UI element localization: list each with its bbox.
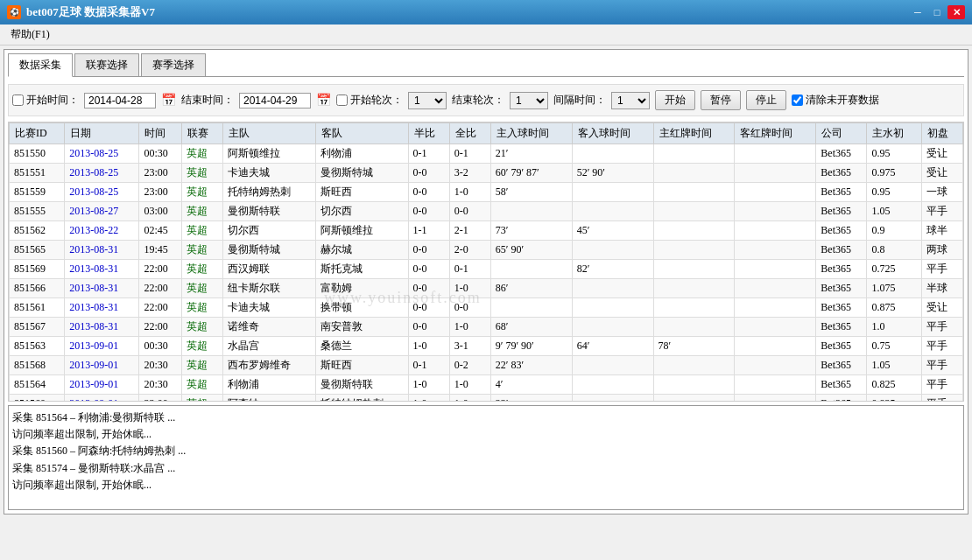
table-cell: 78′ <box>653 337 735 356</box>
clear-check-label[interactable]: 清除未开赛数据 <box>792 93 879 108</box>
table-cell: 851566 <box>10 279 65 298</box>
table-cell: 1.075 <box>867 279 921 298</box>
col-header-home-odds: 主水初 <box>867 123 921 144</box>
table-cell: 00:30 <box>139 337 182 356</box>
main-content: 数据采集 联赛选择 赛季选择 开始时间： 📅 结束时间： 📅 开始轮次： 123… <box>4 49 968 514</box>
table-cell: Bet365 <box>816 241 867 260</box>
table-cell <box>653 260 735 279</box>
start-time-check-label[interactable]: 开始时间： <box>12 93 79 108</box>
table-row[interactable]: 8515692013-08-3122:00英超西汉姆联斯托克城0-00-182′… <box>10 260 963 279</box>
minimize-button[interactable]: ─ <box>909 5 926 19</box>
table-cell: 45′ <box>572 221 653 241</box>
table-row[interactable]: 8515652013-08-3119:45英超曼彻斯特城赫尔城0-02-065′… <box>10 241 963 260</box>
table-cell <box>735 337 816 356</box>
table-cell <box>653 221 735 241</box>
start-round-select[interactable]: 123 <box>408 92 447 109</box>
start-round-checkbox[interactable] <box>336 94 348 106</box>
table-cell: 851563 <box>10 337 65 356</box>
table-cell: 851562 <box>10 221 65 241</box>
table-cell: 2013-08-25 <box>65 144 139 164</box>
table-cell <box>653 298 735 318</box>
table-row[interactable]: 8515682013-09-0120:30英超西布罗姆维奇斯旺西0-10-222… <box>10 356 963 375</box>
table-cell: 0.9 <box>867 221 921 241</box>
table-row[interactable]: 8515552013-08-2703:00英超曼彻斯特联切尔西0-00-0Bet… <box>10 202 963 221</box>
table-cell <box>735 221 816 241</box>
stop-button[interactable]: 停止 <box>746 90 786 110</box>
table-cell: 阿斯顿维拉 <box>315 221 408 241</box>
table-cell: 西布罗姆维奇 <box>223 356 316 375</box>
table-row[interactable]: 8515502013-08-2500:30英超阿斯顿维拉利物浦0-10-121′… <box>10 144 963 164</box>
table-row[interactable]: 8515672013-08-3122:00英超诺维奇南安普敦0-01-068′B… <box>10 318 963 337</box>
table-cell <box>653 241 735 260</box>
clear-checkbox[interactable] <box>792 94 803 106</box>
table-cell: 1-0 <box>449 279 490 298</box>
table-cell: 851564 <box>10 375 65 395</box>
log-panel: 采集 851564 – 利物浦:曼彻斯特联 ...访问频率超出限制, 开始休眠.… <box>8 405 964 510</box>
end-round-select[interactable]: 123 <box>510 92 548 109</box>
table-row[interactable]: 8515612013-08-3122:00英超卡迪夫城换带顿0-00-0Bet3… <box>10 298 963 318</box>
table-row[interactable]: 8515662013-08-3122:00英超纽卡斯尔联富勒姆0-01-086′… <box>10 279 963 298</box>
table-cell: 英超 <box>182 356 223 375</box>
table-row[interactable]: 8515642013-09-0120:30英超利物浦曼彻斯特联1-01-04′B… <box>10 375 963 395</box>
table-row[interactable]: 8515592013-08-2523:00英超托特纳姆热刺斯旺西0-01-058… <box>10 183 963 202</box>
start-round-check-label[interactable]: 开始轮次： <box>336 93 403 108</box>
table-cell: 受让 <box>921 298 962 318</box>
close-button[interactable]: ✕ <box>947 5 965 19</box>
log-line: 采集 851564 – 利物浦:曼彻斯特联 ... <box>12 410 960 426</box>
table-cell: 851565 <box>10 241 65 260</box>
table-cell: 23′ <box>490 395 572 402</box>
table-cell: 19:45 <box>139 241 182 260</box>
table-cell <box>735 202 816 221</box>
table-cell <box>653 395 735 402</box>
calendar-icon-end[interactable]: 📅 <box>316 93 331 108</box>
table-cell: 2013-08-27 <box>65 202 139 221</box>
table-cell: 2013-08-31 <box>65 241 139 260</box>
calendar-icon-start[interactable]: 📅 <box>161 93 176 108</box>
app-icon: ⚽ <box>7 5 21 19</box>
table-cell: 22:00 <box>139 318 182 337</box>
table-cell: 英超 <box>182 395 223 402</box>
start-button[interactable]: 开始 <box>655 90 695 110</box>
table-cell: 曼彻斯特联 <box>315 375 408 395</box>
data-table-container[interactable]: 比赛ID 日期 时间 联赛 主队 客队 半比 全比 主入球时间 客入球时间 主红… <box>8 122 964 402</box>
table-cell: 2013-09-01 <box>65 375 139 395</box>
table-row[interactable]: 8515632013-09-0100:30英超水晶宫桑德兰1-03-19′ 79… <box>10 337 963 356</box>
col-header-home: 主队 <box>223 123 316 144</box>
pause-button[interactable]: 暂停 <box>701 90 741 110</box>
table-cell <box>653 202 735 221</box>
table-cell: 22′ 83′ <box>490 356 572 375</box>
start-time-input[interactable] <box>84 93 156 108</box>
table-row[interactable]: 8515512013-08-2523:00英超卡迪夫城曼彻斯特城0-03-260… <box>10 164 963 183</box>
table-row[interactable]: 8515602013-09-0123:00英超阿森纳托特纳姆热刺1-01-023… <box>10 395 963 402</box>
table-cell: 0.75 <box>867 337 921 356</box>
menu-item-help[interactable]: 帮助(F1) <box>4 25 57 44</box>
table-cell: 英超 <box>182 337 223 356</box>
table-row[interactable]: 8515622013-08-2202:45英超切尔西阿斯顿维拉1-12-173′… <box>10 221 963 241</box>
table-cell: Bet365 <box>816 279 867 298</box>
tab-data-collect[interactable]: 数据采集 <box>8 53 73 77</box>
table-cell: 利物浦 <box>223 375 316 395</box>
table-cell <box>572 279 653 298</box>
table-cell <box>490 298 572 318</box>
table-cell: 2-0 <box>449 241 490 260</box>
table-cell: 0.95 <box>867 183 921 202</box>
table-cell: 73′ <box>490 221 572 241</box>
table-cell: 富勒姆 <box>315 279 408 298</box>
tab-league-select[interactable]: 联赛选择 <box>74 53 139 76</box>
table-cell: 平手 <box>921 260 962 279</box>
table-cell <box>735 241 816 260</box>
table-cell: 1.0 <box>867 318 921 337</box>
end-time-input[interactable] <box>239 93 311 108</box>
interval-select[interactable]: 123 <box>611 92 650 109</box>
table-cell: 1-1 <box>408 221 449 241</box>
start-time-label: 开始时间： <box>26 93 79 108</box>
table-cell <box>653 183 735 202</box>
start-time-checkbox[interactable] <box>12 94 24 106</box>
table-cell: 2013-08-22 <box>65 221 139 241</box>
maximize-button[interactable]: □ <box>928 5 946 19</box>
table-cell: 0-0 <box>449 202 490 221</box>
table-cell: 英超 <box>182 298 223 318</box>
tab-season-select[interactable]: 赛季选择 <box>141 53 206 76</box>
title-bar: ⚽ bet007足球 数据采集器V7 ─ □ ✕ <box>0 0 972 24</box>
table-cell: 平手 <box>921 395 962 402</box>
